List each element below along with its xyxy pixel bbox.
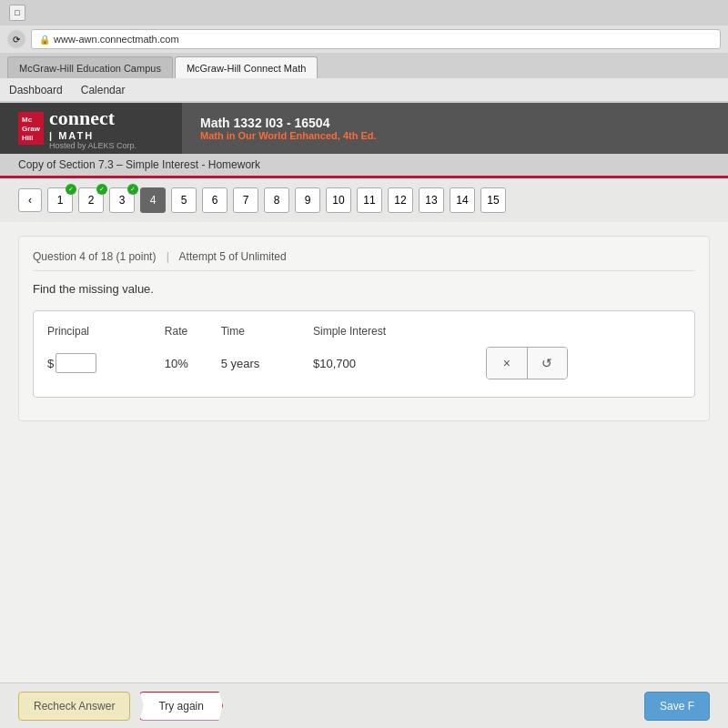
logo-hosted: Hosted by ALEKS Corp.: [49, 141, 136, 150]
nav-dashboard[interactable]: Dashboard: [9, 84, 63, 96]
q-btn-11[interactable]: 11: [357, 187, 382, 213]
q-btn-1[interactable]: 1 ✓: [47, 187, 73, 213]
correct-badge-1: ✓: [66, 184, 76, 195]
section-bar: Copy of Section 7.3 – Simple Interest - …: [0, 154, 728, 178]
recheck-answer-button[interactable]: Recheck Answer: [18, 692, 130, 721]
col-header-principal: Principal: [47, 325, 165, 343]
q-btn-13[interactable]: 13: [419, 187, 444, 213]
try-again-button[interactable]: Try again: [139, 692, 223, 721]
principal-input-wrap: $: [47, 353, 165, 373]
attempt-label: Attempt 5 of Unlimited: [179, 250, 287, 263]
dollar-sign: $: [47, 357, 54, 370]
tab-edu-campus[interactable]: McGraw-Hill Education Campus: [7, 56, 173, 78]
q-btn-8[interactable]: 8: [264, 187, 289, 213]
save-button[interactable]: Save F: [644, 692, 710, 721]
nav-bar: Dashboard Calendar: [0, 78, 728, 102]
tab-connect-math[interactable]: McGraw-Hill Connect Math: [175, 56, 318, 78]
q-btn-4[interactable]: 4: [140, 187, 166, 213]
app-header: Mc Graw Hill connect | MATH Hosted by AL…: [0, 103, 728, 154]
time-cell: 5 years: [221, 343, 313, 383]
reset-button[interactable]: ↺: [528, 348, 568, 379]
course-info: Math 1332 I03 - 16504 Math in Our World …: [182, 103, 728, 154]
clear-button[interactable]: ×: [487, 348, 528, 379]
col-header-time: Time: [221, 325, 313, 343]
table-container: Principal Rate Time Simple Interest $: [33, 310, 695, 398]
window-controls: □: [9, 5, 25, 21]
nav-calendar[interactable]: Calendar: [81, 84, 126, 96]
question-text: Find the missing value.: [33, 282, 695, 296]
bottom-bar: Recheck Answer Try again Save F: [0, 682, 728, 728]
q-btn-6[interactable]: 6: [202, 187, 228, 213]
q-btn-2[interactable]: 2 ✓: [78, 187, 104, 213]
meta-divider: |: [167, 250, 169, 263]
principal-cell: $: [47, 343, 165, 383]
data-table: Principal Rate Time Simple Interest $: [47, 325, 681, 383]
nav-back-button[interactable]: ‹: [18, 188, 42, 212]
principal-input[interactable]: [56, 353, 96, 373]
action-cell: × ↺: [486, 343, 681, 383]
correct-badge-3: ✓: [127, 184, 138, 195]
q-btn-10[interactable]: 10: [326, 187, 351, 213]
section-title: Copy of Section 7.3 – Simple Interest - …: [18, 158, 260, 171]
q-btn-14[interactable]: 14: [450, 187, 475, 213]
q-btn-9[interactable]: 9: [295, 187, 320, 213]
window-button[interactable]: □: [9, 5, 25, 21]
col-header-rate: Rate: [165, 325, 221, 343]
question-points: (1 point): [116, 250, 156, 263]
logo-mcgraw: Mc Graw Hill: [18, 112, 44, 145]
course-subtitle: Math in Our World Enhanced, 4th Ed.: [200, 130, 710, 141]
q-btn-12[interactable]: 12: [388, 187, 413, 213]
rate-cell: 10%: [165, 343, 221, 383]
address-bar[interactable]: 🔒 www-awn.connectmath.com: [31, 29, 721, 49]
address-bar-row: ⟳ 🔒 www-awn.connectmath.com: [0, 25, 728, 53]
table-row: $ 10% 5 years $10,700 × ↺: [47, 343, 681, 383]
action-buttons: × ↺: [486, 347, 568, 379]
lock-icon: 🔒: [39, 35, 50, 45]
question-nav: ‹ 1 ✓ 2 ✓ 3 ✓ 4 5 6 7 8 9 10 11 12 13 14…: [0, 178, 728, 222]
simple-interest-cell: $10,700: [313, 343, 486, 383]
q-btn-5[interactable]: 5: [171, 187, 197, 213]
question-label: Question 4 of 18: [33, 250, 113, 263]
main-content: Mc Graw Hill connect | MATH Hosted by AL…: [0, 103, 728, 694]
browser-titlebar: □: [0, 0, 728, 25]
col-header-simple-interest: Simple Interest: [313, 325, 486, 343]
q-btn-15[interactable]: 15: [480, 187, 506, 213]
q-btn-7[interactable]: 7: [233, 187, 258, 213]
logo-stack: connect | MATH Hosted by ALEKS Corp.: [49, 106, 136, 150]
browser-chrome: □ ⟳ 🔒 www-awn.connectmath.com McGraw-Hil…: [0, 0, 728, 103]
logo-math: | MATH: [49, 130, 136, 141]
tab-bar: McGraw-Hill Education Campus McGraw-Hill…: [0, 53, 728, 78]
logo-area: Mc Graw Hill connect | MATH Hosted by AL…: [18, 106, 182, 150]
address-text: www-awn.connectmath.com: [54, 34, 179, 45]
course-title: Math 1332 I03 - 16504: [200, 116, 710, 130]
question-meta: Question 4 of 18 (1 point) | Attempt 5 o…: [33, 250, 695, 271]
logo-connect: connect: [49, 106, 136, 130]
col-header-actions: [486, 325, 681, 343]
correct-badge-2: ✓: [96, 184, 107, 195]
q-btn-3[interactable]: 3 ✓: [109, 187, 135, 213]
question-area: Question 4 of 18 (1 point) | Attempt 5 o…: [18, 236, 710, 421]
refresh-button[interactable]: ⟳: [7, 30, 25, 48]
